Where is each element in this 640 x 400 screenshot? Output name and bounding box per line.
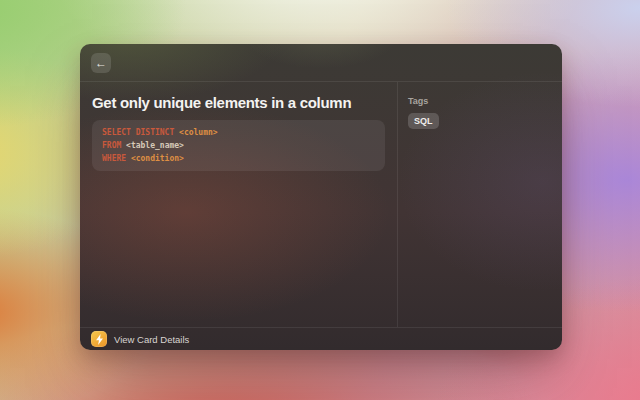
code-line: WHERE <condition> <box>102 152 375 165</box>
card-title: Get only unique elements in a column <box>92 94 385 111</box>
card-content-panel: Get only unique elements in a column SEL… <box>80 82 398 327</box>
tag-list: SQL <box>408 113 552 129</box>
view-card-details-button[interactable]: View Card Details <box>80 327 562 350</box>
view-card-details-label: View Card Details <box>114 334 189 345</box>
code-line: SELECT DISTINCT <column> <box>102 126 375 139</box>
back-button[interactable]: ← <box>91 53 111 73</box>
flashcard-window: ← Get only unique elements in a column S… <box>80 44 562 350</box>
tags-panel: Tags SQL <box>398 82 562 327</box>
window-header: ← <box>80 44 562 82</box>
zap-icon <box>91 331 107 347</box>
window-body: Get only unique elements in a column SEL… <box>80 82 562 327</box>
code-block: SELECT DISTINCT <column>FROM <table_name… <box>92 120 385 171</box>
code-line: FROM <table_name> <box>102 139 375 152</box>
tags-label: Tags <box>408 96 552 106</box>
tag-badge[interactable]: SQL <box>408 113 439 129</box>
